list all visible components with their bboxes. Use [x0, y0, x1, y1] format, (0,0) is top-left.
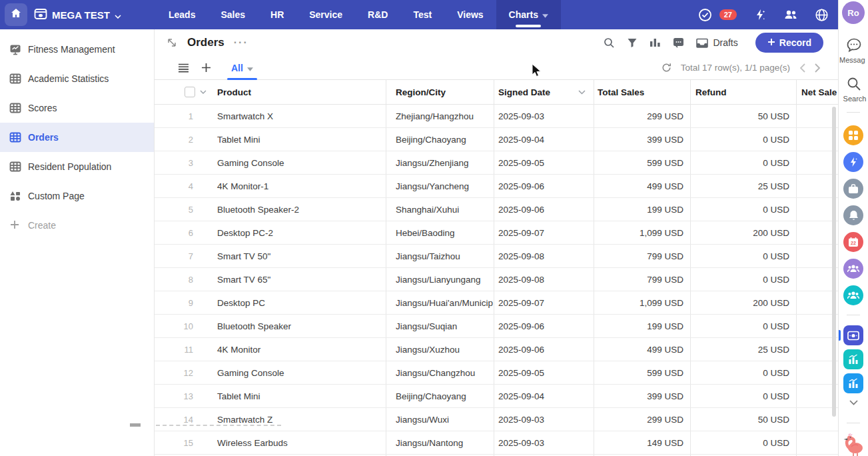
cell-total[interactable]: 499 USD [594, 175, 691, 197]
menu-item-charts[interactable]: Charts [496, 0, 561, 29]
cell-date[interactable]: 2025-09-06 [494, 315, 594, 337]
chevron-down-icon[interactable] [839, 400, 868, 405]
avatar[interactable]: Ro [842, 1, 865, 24]
cell-date[interactable]: 2025-09-03 [494, 105, 594, 127]
flamingo-mascot[interactable] [843, 432, 865, 456]
drafts-button[interactable]: Drafts [696, 37, 737, 48]
cell-date[interactable]: 2025-09-05 [494, 151, 594, 174]
cell-num[interactable]: 1 [155, 105, 212, 127]
prev-page-icon[interactable] [799, 63, 805, 73]
table-row[interactable]: 44K Monitor-1Jiangsu/Yancheng2025-09-064… [155, 175, 838, 198]
cell-region[interactable]: Beijing/Chaoyang [386, 128, 494, 151]
cell-product[interactable]: Smartwatch Z [212, 408, 386, 431]
chart-blue-app-icon[interactable] [843, 373, 863, 393]
cell-product[interactable]: Gaming Console [212, 361, 386, 384]
cell-date[interactable]: 2025-09-08 [494, 245, 594, 267]
tasks-check-icon[interactable] [698, 8, 712, 22]
cell-refund[interactable]: 0 USD [691, 198, 797, 221]
cell-num[interactable]: 5 [155, 198, 212, 221]
cell-num[interactable]: 12 [155, 361, 212, 384]
home-button[interactable] [5, 3, 27, 26]
cell-region[interactable]: Zhejiang/Hangzhou [386, 105, 494, 127]
cell-date[interactable]: 2025-09-03 [494, 408, 594, 431]
cell-region[interactable]: Jiangsu/Xuzhou [386, 338, 494, 361]
cell-num[interactable]: 9 [155, 291, 212, 314]
cell-num[interactable]: 3 [155, 151, 212, 174]
calendar-icon[interactable]: 22 [843, 232, 863, 252]
cell-product[interactable]: Desktop PC [212, 291, 386, 314]
apps-grid-icon[interactable] [843, 125, 863, 145]
cell-date[interactable]: 2025-09-06 [494, 198, 594, 221]
cell-net[interactable] [797, 431, 838, 454]
refresh-icon[interactable] [661, 63, 671, 73]
column-header-net-sale[interactable]: Net Sale [797, 80, 838, 104]
menu-item-leads[interactable]: Leads [156, 0, 208, 29]
column-header-region[interactable]: Region/City [386, 80, 494, 104]
cell-date[interactable]: 2025-09-06 [494, 175, 594, 197]
menu-item-views[interactable]: Views [444, 0, 496, 29]
column-header-refund[interactable]: Refund [691, 80, 797, 104]
sidebar-create-button[interactable]: Create [0, 211, 154, 240]
table-row[interactable]: 3Gaming ConsoleJiangsu/Zhenjiang2025-09-… [155, 151, 838, 175]
table-row[interactable]: 114K MonitorJiangsu/Xuzhou2025-09-06499 … [155, 338, 838, 361]
workspace-switcher[interactable]: MEGA TEST [34, 8, 121, 22]
cell-num[interactable]: 6 [155, 221, 212, 244]
add-record-button[interactable]: Record [755, 33, 823, 53]
cell-date[interactable]: 2025-09-07 [494, 221, 594, 244]
cell-product[interactable]: Smart TV 65" [212, 268, 386, 291]
more-menu-icon[interactable]: ··· [234, 37, 248, 49]
cell-total[interactable]: 1,099 USD [594, 221, 691, 244]
cell-num[interactable]: 15 [155, 431, 212, 454]
messages-icon[interactable] [839, 37, 868, 54]
cell-refund[interactable]: 50 USD [691, 408, 797, 431]
automation-bolt-icon[interactable] [843, 152, 863, 172]
cell-date[interactable]: 2025-09-08 [494, 268, 594, 291]
filter-icon[interactable] [627, 37, 638, 48]
next-page-icon[interactable] [815, 63, 821, 73]
cell-refund[interactable]: 25 USD [691, 175, 797, 197]
expand-icon[interactable] [167, 37, 177, 48]
cell-total[interactable]: 799 USD [594, 245, 691, 267]
view-list-icon[interactable] [178, 63, 189, 73]
table-row[interactable]: 1Smartwatch XZhejiang/Hangzhou2025-09-03… [155, 105, 838, 128]
cell-total[interactable]: 149 USD [594, 431, 691, 454]
select-all-checkbox[interactable] [185, 87, 195, 97]
cell-refund[interactable]: 200 USD [691, 221, 797, 244]
members-icon[interactable] [783, 9, 798, 21]
cell-region[interactable]: Jiangsu/Suqian [386, 315, 494, 337]
cell-total[interactable]: 299 USD [594, 408, 691, 431]
table-row[interactable]: 14Smartwatch ZJiangsu/Wuxi2025-09-03299 … [155, 408, 838, 431]
cell-region[interactable]: Jiangsu/Nantong [386, 431, 494, 454]
cell-refund[interactable]: 0 USD [691, 361, 797, 384]
table-row[interactable]: 9Desktop PCJiangsu/Huai'an/Municip2025-0… [155, 291, 838, 315]
table-row[interactable]: 6Desktop PC-2Hebei/Baoding2025-09-071,09… [155, 221, 838, 245]
search-icon[interactable] [604, 37, 615, 49]
table-row[interactable]: 12Gaming ConsoleJiangsu/Changzhou2025-09… [155, 361, 838, 385]
cell-region[interactable]: Jiangsu/Changzhou [386, 361, 494, 384]
cell-refund[interactable]: 50 USD [691, 105, 797, 127]
sidebar-item-scores[interactable]: Scores [0, 93, 154, 123]
cell-date[interactable]: 2025-09-03 [494, 431, 594, 454]
column-header-signed-date[interactable]: Signed Date [494, 80, 594, 104]
cell-refund[interactable]: 0 USD [691, 151, 797, 174]
cell-refund[interactable]: 0 USD [691, 431, 797, 454]
sidebar-item-orders[interactable]: Orders [0, 123, 154, 152]
menu-item-hr[interactable]: HR [258, 0, 296, 29]
cell-product[interactable]: Tablet Mini [212, 385, 386, 407]
cell-region[interactable]: Shanghai/Xuhui [386, 198, 494, 221]
sidebar-item-fitness-management[interactable]: Fitness Management [0, 35, 154, 64]
cell-region[interactable]: Jiangsu/Wuxi [386, 408, 494, 431]
notification-badge[interactable]: 27 [719, 9, 737, 20]
view-tab-all[interactable]: All [227, 56, 257, 79]
cell-product[interactable]: Smartwatch X [212, 105, 386, 127]
automation-bolt-icon[interactable] [753, 8, 767, 21]
chart-teal-app-icon[interactable] [843, 349, 863, 369]
cell-total[interactable]: 599 USD [594, 151, 691, 174]
menu-item-rd[interactable]: R&D [355, 0, 400, 29]
cell-refund[interactable]: 0 USD [691, 245, 797, 267]
cell-product[interactable]: Desktop PC-2 [212, 221, 386, 244]
cell-num[interactable]: 7 [155, 245, 212, 267]
cell-total[interactable]: 399 USD [594, 128, 691, 151]
cell-product[interactable]: 4K Monitor [212, 338, 386, 361]
cell-product[interactable]: Wireless Earbuds [212, 431, 386, 454]
